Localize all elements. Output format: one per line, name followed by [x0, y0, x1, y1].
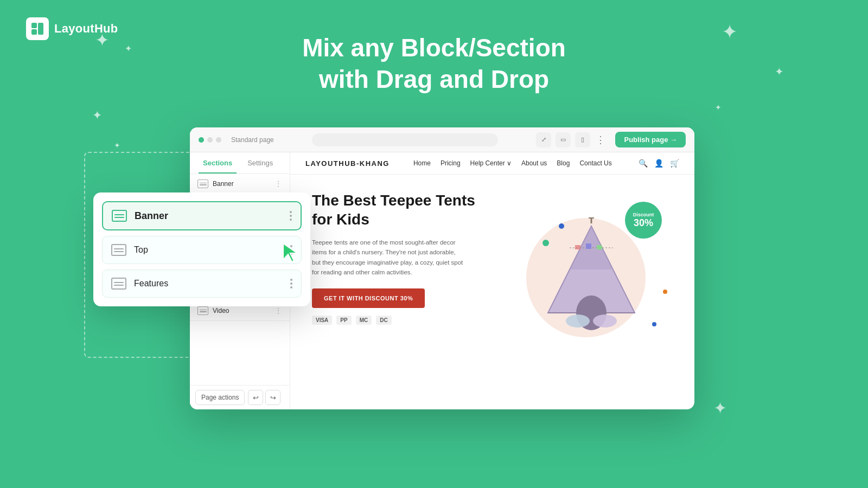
- dot-orange: [663, 290, 667, 294]
- nav-about[interactable]: About us: [521, 159, 547, 167]
- mastercard-icon: MC: [356, 316, 372, 325]
- banner-item-label: Banner: [135, 210, 282, 222]
- features-section-icon: [111, 278, 126, 290]
- svg-rect-8: [575, 245, 580, 249]
- title-line1: Mix any Block/Section: [302, 34, 566, 62]
- nav-contact[interactable]: Contact Us: [579, 159, 611, 167]
- dot-yellow: [207, 137, 213, 143]
- dot-green: [216, 137, 221, 143]
- hero-text: The Best Teepee Tents for Kids Teepee te…: [312, 191, 499, 325]
- dot-blue2: [652, 322, 656, 326]
- discount-label: Discount: [633, 212, 654, 217]
- svg-rect-10: [597, 245, 602, 249]
- publish-button[interactable]: Publish page →: [615, 132, 686, 147]
- hero-image-area: Discount 30%: [510, 191, 673, 343]
- paypal-icon: PP: [336, 316, 351, 325]
- banner-more-button[interactable]: [290, 211, 292, 221]
- nav-pricing[interactable]: Pricing: [441, 159, 461, 167]
- video-dots[interactable]: ⋮: [275, 306, 282, 315]
- user-icon[interactable]: 👤: [654, 159, 663, 168]
- page-actions-button[interactable]: Page actions: [195, 390, 245, 405]
- features-item-label: Features: [134, 279, 283, 288]
- sidebar-item-banner[interactable]: Banner ⋮: [190, 174, 290, 194]
- features-more-button[interactable]: [290, 279, 292, 288]
- page-title: Mix any Block/Section with Drag and Drop: [0, 33, 868, 95]
- payment-icons: VISA PP MC DC: [312, 316, 499, 325]
- tent-illustration: [537, 215, 646, 335]
- nav-home[interactable]: Home: [413, 159, 431, 167]
- tab-sections[interactable]: Sections: [199, 152, 237, 174]
- dot-red: [199, 137, 204, 143]
- top-item-label: Top: [134, 245, 283, 255]
- sidebar-tabs: Sections Settings: [190, 152, 290, 174]
- cta-button[interactable]: GET IT WITH DISCOUNT 30%: [312, 288, 425, 308]
- undo-button[interactable]: ↩: [248, 390, 263, 405]
- video-icon: [197, 306, 208, 315]
- sparkle-7: ✦: [715, 103, 722, 112]
- panel-item-banner[interactable]: Banner: [102, 201, 302, 230]
- sidebar-bottom: Page actions ↩ ↪: [190, 385, 290, 409]
- svg-point-13: [566, 314, 590, 328]
- diners-icon: DC: [376, 316, 391, 325]
- svg-marker-15: [283, 243, 297, 262]
- more-options-icon[interactable]: ⋮: [596, 134, 605, 146]
- svg-rect-0: [31, 23, 37, 28]
- hero-desc: Teepee tents are one of the most sought-…: [312, 237, 464, 278]
- preview-area: LAYOUTHUB-KHANG Home Pricing Help Center…: [290, 152, 694, 409]
- banner-dots[interactable]: ⋮: [275, 179, 282, 188]
- title-line2: with Drag and Drop: [319, 65, 549, 93]
- nav-blog[interactable]: Blog: [557, 159, 570, 167]
- redo-button[interactable]: ↪: [265, 390, 280, 405]
- website-nav: LAYOUTHUB-KHANG Home Pricing Help Center…: [290, 152, 694, 175]
- tab-settings[interactable]: Settings: [243, 152, 277, 174]
- hero-heading: The Best Teepee Tents for Kids: [312, 191, 499, 229]
- cart-icon[interactable]: 🛒: [670, 159, 679, 168]
- nav-help[interactable]: Help Center ∨: [470, 159, 512, 167]
- visa-icon: VISA: [312, 316, 332, 325]
- expand-icon[interactable]: ⤢: [536, 132, 551, 147]
- browser-dots: [199, 137, 221, 143]
- undo-redo: ↩ ↪: [248, 390, 280, 405]
- discount-amount: 30%: [634, 217, 653, 229]
- desktop-icon[interactable]: ▭: [556, 132, 571, 147]
- video-label: Video: [213, 307, 270, 314]
- site-name: LAYOUTHUB-KHANG: [305, 159, 390, 168]
- browser-bar: Standard page ⤢ ▭ ▯ ⋮ Publish page →: [190, 127, 694, 152]
- nav-icons: 🔍 👤 🛒: [639, 159, 679, 168]
- panel-item-top[interactable]: Top: [102, 236, 302, 264]
- nav-links: Home Pricing Help Center ∨ About us Blog…: [413, 159, 626, 167]
- tablet-icon[interactable]: ▯: [575, 132, 590, 147]
- sparkle-3: ✦: [92, 108, 102, 123]
- panel-item-features[interactable]: Features: [102, 269, 302, 298]
- svg-rect-9: [586, 243, 591, 249]
- search-icon[interactable]: 🔍: [639, 159, 648, 168]
- banner-icon: [197, 179, 208, 188]
- top-section-icon: [111, 244, 126, 256]
- sparkle-4: ✦: [114, 141, 120, 150]
- floating-panel: Banner Top Features: [93, 192, 310, 306]
- svg-point-14: [593, 314, 617, 328]
- browser-actions: ⤢ ▭ ▯: [536, 132, 590, 147]
- cursor-arrow: [281, 241, 301, 266]
- page-label: Standard page: [231, 136, 274, 144]
- banner-label: Banner: [213, 180, 270, 188]
- website-hero: The Best Teepee Tents for Kids Teepee te…: [290, 175, 694, 354]
- browser-url-bar: [312, 133, 499, 146]
- discount-badge: Discount 30%: [625, 202, 662, 239]
- sparkle-8: ✦: [713, 399, 727, 418]
- banner-section-icon: [112, 210, 127, 222]
